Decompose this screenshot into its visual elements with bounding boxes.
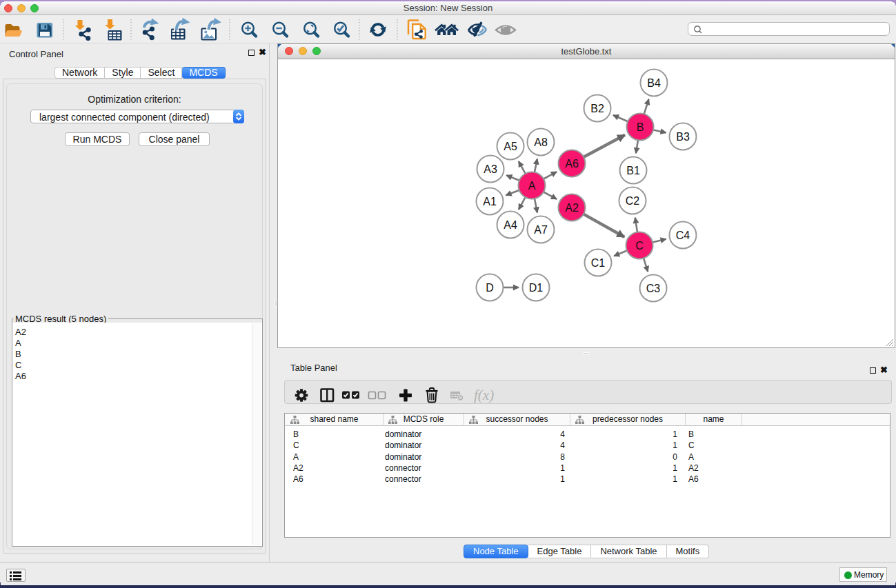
svg-text:f(x): f(x): [474, 387, 494, 403]
svg-text:B: B: [637, 121, 644, 133]
svg-text:C3: C3: [646, 283, 661, 294]
svg-text:C2: C2: [626, 195, 640, 207]
svg-text:A4: A4: [504, 219, 517, 231]
svg-text:B3: B3: [676, 131, 690, 143]
svg-text:B2: B2: [590, 103, 604, 114]
svg-text:A6: A6: [565, 158, 579, 170]
svg-text:A: A: [528, 180, 536, 192]
svg-text:A7: A7: [534, 224, 548, 236]
svg-text:D1: D1: [529, 282, 544, 294]
svg-text:B1: B1: [626, 165, 640, 176]
svg-text:A8: A8: [534, 136, 548, 148]
svg-text:A5: A5: [504, 141, 517, 152]
svg-text:A3: A3: [484, 163, 497, 175]
svg-text:C: C: [635, 240, 644, 252]
svg-text:D: D: [486, 282, 494, 294]
svg-text:C4: C4: [676, 230, 690, 241]
svg-text:A1: A1: [483, 196, 497, 207]
svg-text:A2: A2: [565, 202, 579, 214]
svg-text:B4: B4: [647, 77, 661, 89]
svg-text:C1: C1: [591, 257, 606, 269]
